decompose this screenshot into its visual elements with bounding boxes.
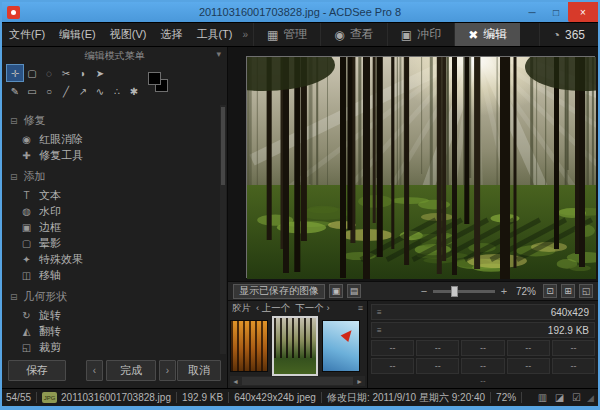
tab-view[interactable]: ◉ 查看 [320, 23, 386, 46]
thumbnail-sky[interactable] [322, 320, 360, 372]
done-button[interactable]: 完成 [106, 360, 156, 381]
info-panel-handle[interactable]: -- [371, 376, 595, 385]
next-button[interactable]: 下一个 › [295, 302, 329, 315]
rectangle-tool-icon[interactable]: ▭ [24, 83, 40, 99]
flip-icon: ◭ [20, 326, 33, 337]
original-image-icon[interactable]: ▤ [347, 284, 361, 298]
fit-image-icon[interactable]: ⊞ [561, 284, 575, 298]
tab-view-label: 查看 [350, 26, 374, 43]
section-geometry-label: 几何形状 [24, 289, 68, 304]
menu-tools[interactable]: 工具(T) [189, 23, 239, 46]
lasso-select-tool-icon[interactable]: ◌ [41, 65, 57, 81]
menu-select[interactable]: 选择 [153, 23, 189, 46]
menu-overflow-icon[interactable]: » [239, 23, 251, 46]
section-repair[interactable]: ⊟ 修复 [2, 107, 227, 131]
fullscreen-icon[interactable]: ◱ [579, 284, 593, 298]
menu-bar: 文件(F) 编辑(E) 视图(V) 选择 工具(T) » ▦ 管理 ◉ 查看 ▣… [2, 22, 598, 47]
compare-toggle-icon[interactable]: ◪ [553, 391, 566, 404]
sidebar-item-crop[interactable]: ◱ 裁剪 [2, 339, 227, 355]
arrow-tool-icon[interactable]: ↗ [75, 83, 91, 99]
panel-scrollbar-thumb[interactable] [221, 107, 225, 185]
image-canvas[interactable] [228, 47, 598, 281]
zoom-slider[interactable] [433, 290, 495, 293]
sidebar-item-text[interactable]: T 文本 [2, 187, 227, 203]
save-button[interactable]: 保存 [8, 360, 66, 381]
tool-palette: ✛▢◌✂◗➤ ✎▭○╱↗∿∴✱ [2, 62, 227, 103]
section-add[interactable]: ⊟ 添加 [2, 163, 227, 187]
sidebar-item-watermark[interactable]: ◍ 水印 [2, 203, 227, 219]
filmstrip-scrollbar[interactable]: ◄ ► [230, 376, 365, 386]
menu-edit[interactable]: 编辑(E) [52, 23, 103, 46]
cancel-button[interactable]: 取消 [177, 360, 221, 381]
tab-print[interactable]: ▣ 冲印 [387, 23, 454, 46]
sidebar-item-red-eye[interactable]: ◉ 红眼消除 [2, 131, 227, 147]
previous-image-button[interactable]: ‹ [86, 360, 103, 381]
panel-scrollbar[interactable] [220, 105, 226, 354]
pan-tool-icon[interactable]: ✛ [7, 65, 23, 81]
jpg-file-icon: JPG [42, 392, 57, 403]
section-geometry[interactable]: ⊟ 几何形状 [2, 283, 227, 307]
color-swatches[interactable] [148, 72, 172, 96]
exif-cell: -- [461, 358, 504, 374]
scroll-left-icon[interactable]: ◄ [230, 378, 241, 385]
item-label: 水印 [39, 204, 61, 219]
zoom-slider-handle[interactable] [451, 286, 458, 297]
pointer-tool-icon[interactable]: ➤ [92, 65, 108, 81]
info-panel: ≡ 640x429 ≡ 192.9 KB -- -- -- -- -- [368, 301, 598, 388]
sidebar-item-border[interactable]: ▣ 边框 [2, 219, 227, 235]
image-file-size: 192.9 KB [548, 325, 589, 336]
heal-icon: ✚ [20, 150, 33, 161]
section-repair-label: 修复 [24, 113, 46, 128]
zoom-out-button[interactable]: − [419, 285, 429, 297]
thumbnails-toggle-icon[interactable]: ▥ [536, 391, 549, 404]
marquee-select-tool-icon[interactable]: ▢ [24, 65, 40, 81]
sidebar-item-tilt-shift[interactable]: ◫ 移轴 [2, 267, 227, 283]
sidebar-item-special-effects[interactable]: ✦ 特殊效果 [2, 251, 227, 267]
sidebar-item-rotate[interactable]: ↻ 旋转 [2, 307, 227, 323]
title-bar: 20110316001703828.jpg - ACDSee Pro 8 ─ □… [2, 2, 598, 22]
select-toggle-icon[interactable]: ☑ [570, 391, 583, 404]
tab-365[interactable]: ◔ 365 [539, 23, 598, 46]
previous-button[interactable]: ‹ 上一个 [256, 302, 290, 315]
effects-icon: ✦ [20, 254, 33, 265]
sidebar-item-heal-tool[interactable]: ✚ 修复工具 [2, 147, 227, 163]
saved-image-icon[interactable]: ▣ [329, 284, 343, 298]
show-saved-image-button[interactable]: 显示已保存的图像 [233, 284, 325, 299]
filmstrip-menu-icon[interactable]: ≡ [358, 303, 363, 313]
edit-panel-header[interactable]: 编辑模式菜单 ▾ [2, 47, 227, 62]
chevron-down-icon: ▾ [216, 49, 221, 59]
tilt-shift-icon: ◫ [20, 270, 33, 281]
sidebar-item-flip[interactable]: ◭ 翻转 [2, 323, 227, 339]
foreground-color-swatch[interactable] [148, 72, 161, 85]
menu-file[interactable]: 文件(F) [2, 23, 52, 46]
effects-tool-icon[interactable]: ✱ [126, 83, 142, 99]
tab-manage[interactable]: ▦ 管理 [253, 23, 320, 46]
item-label: 修复工具 [39, 148, 83, 163]
filmstrip-scrollbar-track[interactable] [242, 377, 353, 385]
line-tool-icon[interactable]: ╱ [58, 83, 74, 99]
zoom-level[interactable]: 72% [513, 286, 539, 297]
points-tool-icon[interactable]: ∴ [109, 83, 125, 99]
scroll-right-icon[interactable]: ► [354, 378, 365, 385]
next-image-button[interactable]: › [159, 360, 176, 381]
info-row-filesize: ≡ 192.9 KB [371, 322, 595, 338]
sidebar-item-vignette[interactable]: ▢ 晕影 [2, 235, 227, 251]
eyedropper-tool-icon[interactable]: ✎ [7, 83, 23, 99]
tab-manage-label: 管理 [283, 26, 307, 43]
resize-grip[interactable]: ◢ [587, 393, 594, 403]
exif-cell: -- [371, 340, 414, 356]
ellipse-tool-icon[interactable]: ○ [41, 83, 57, 99]
zoom-in-button[interactable]: + [499, 285, 509, 297]
polygon-select-tool-icon[interactable]: ◗ [75, 65, 91, 81]
photo-forest [246, 56, 595, 278]
status-image-info: 640x429x24b jpeg [234, 392, 316, 403]
actual-size-icon[interactable]: ⊡ [543, 284, 557, 298]
curve-tool-icon[interactable]: ∿ [92, 83, 108, 99]
tab-edit[interactable]: ✖ 编辑 [454, 23, 520, 46]
thumbnail-forest-selected[interactable] [272, 316, 318, 376]
rotate-icon: ↻ [20, 310, 33, 321]
menu-view[interactable]: 视图(V) [103, 23, 154, 46]
magic-wand-tool-icon[interactable]: ✂ [58, 65, 74, 81]
grid-icon: ▦ [267, 28, 278, 42]
thumbnail-autumn[interactable] [230, 320, 268, 372]
